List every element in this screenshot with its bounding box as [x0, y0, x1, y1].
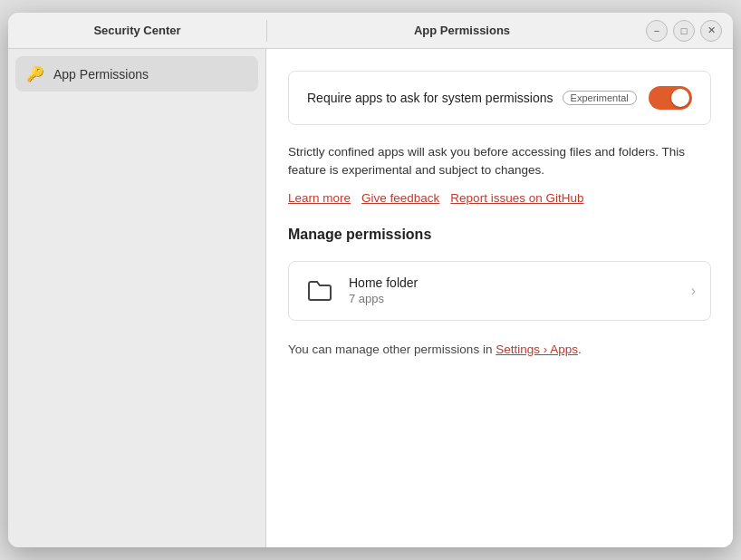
sidebar: 🔑 App Permissions [8, 49, 266, 547]
window-title: App Permissions [278, 24, 646, 37]
toggle-switch[interactable] [649, 86, 692, 110]
permission-name: Home folder [349, 275, 678, 290]
right-panel: Require apps to ask for system permissio… [266, 49, 733, 547]
sidebar-title: Security Center [93, 24, 180, 37]
permission-info: Home folder 7 apps [349, 275, 678, 305]
sidebar-title-area: Security Center [8, 24, 266, 37]
footer-suffix: . [578, 343, 582, 356]
footer-text: You can manage other permissions in Sett… [288, 343, 711, 356]
section-heading: Manage permissions [288, 227, 711, 243]
toggle-label: Require apps to ask for system permissio… [307, 91, 553, 105]
key-icon: 🔑 [26, 65, 44, 82]
report-issues-link[interactable]: Report issues on GitHub [450, 191, 583, 205]
sidebar-item-app-permissions[interactable]: 🔑 App Permissions [15, 56, 258, 92]
description-text: Strictly confined apps will ask you befo… [288, 143, 711, 180]
toggle-card: Require apps to ask for system permissio… [288, 71, 711, 125]
folder-icon [303, 275, 336, 307]
experimental-badge: Experimental [563, 91, 637, 105]
title-bar: Security Center App Permissions − □ ✕ [8, 13, 733, 49]
title-bar-right: App Permissions − □ ✕ [266, 20, 733, 42]
permission-count: 7 apps [349, 292, 678, 305]
toggle-knob [671, 89, 689, 107]
home-folder-permission-item[interactable]: Home folder 7 apps › [288, 261, 711, 321]
main-content: 🔑 App Permissions Require apps to ask fo… [8, 49, 733, 547]
minimize-button[interactable]: − [646, 20, 668, 42]
close-button[interactable]: ✕ [700, 20, 722, 42]
sidebar-item-label: App Permissions [53, 67, 149, 82]
chevron-right-icon: › [691, 283, 696, 299]
window-controls: − □ ✕ [646, 20, 722, 42]
learn-more-link[interactable]: Learn more [288, 191, 351, 205]
footer-prefix: You can manage other permissions in [288, 343, 496, 356]
toggle-card-left: Require apps to ask for system permissio… [307, 91, 637, 105]
links-row: Learn more Give feedback Report issues o… [288, 191, 711, 205]
window: Security Center App Permissions − □ ✕ 🔑 … [8, 13, 733, 547]
settings-apps-link[interactable]: Settings › Apps [496, 343, 578, 356]
give-feedback-link[interactable]: Give feedback [361, 191, 439, 205]
maximize-button[interactable]: □ [673, 20, 695, 42]
